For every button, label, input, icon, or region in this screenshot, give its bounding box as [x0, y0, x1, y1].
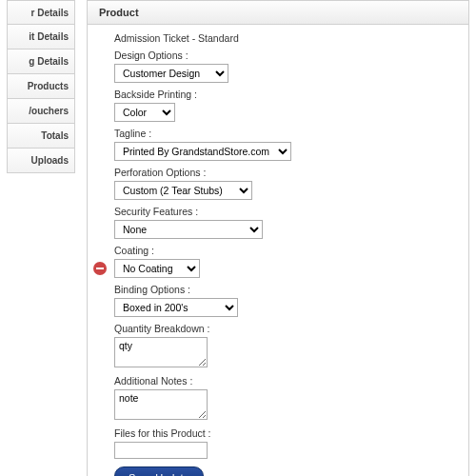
security-label: Security Features : [114, 206, 457, 217]
coating-select[interactable]: No Coating [114, 259, 200, 278]
sidebar-item-products[interactable]: Products [7, 74, 75, 99]
files-label: Files for this Product : [114, 427, 457, 439]
panel-header: Product [87, 0, 469, 25]
save-update-button[interactable]: Save Update [114, 466, 204, 476]
sidebar-item-order-details[interactable]: r Details [7, 0, 75, 25]
design-options-select[interactable]: Customer Design [114, 64, 228, 83]
sidebar: r Details it Details g Details Products … [7, 0, 75, 173]
coating-label: Coating : [114, 245, 457, 256]
sidebar-item-vouchers[interactable]: /ouchers [7, 99, 75, 124]
qty-textarea[interactable] [114, 337, 208, 367]
qty-label: Quantity Breakdown : [114, 323, 457, 334]
notes-label: Additional Notes : [114, 375, 457, 387]
binding-label: Binding Options : [114, 284, 457, 295]
sidebar-item-totals[interactable]: Totals [7, 124, 75, 149]
binding-select[interactable]: Boxed in 200's [114, 298, 238, 317]
tagline-select[interactable]: Printed By GrandstandStore.com [114, 142, 291, 161]
sidebar-item-uploads[interactable]: Uploads [7, 149, 75, 173]
perforation-select[interactable]: Custom (2 Tear Stubs) [114, 181, 252, 200]
design-options-label: Design Options : [114, 50, 457, 61]
coating-row: Coating : No Coating [114, 245, 457, 278]
perforation-label: Perforation Options : [114, 167, 457, 178]
tagline-label: Tagline : [114, 128, 457, 139]
panel-body: Admission Ticket - Standard Design Optio… [87, 25, 469, 476]
backside-select[interactable]: Color [114, 103, 175, 122]
notes-textarea[interactable] [114, 389, 208, 420]
sidebar-item-g-details[interactable]: g Details [7, 50, 75, 74]
security-select[interactable]: None [114, 220, 263, 239]
product-panel: Product Admission Ticket - Standard Desi… [87, 0, 469, 476]
backside-label: Backside Printing : [114, 89, 457, 100]
remove-icon[interactable] [93, 262, 107, 275]
sidebar-item-it-details[interactable]: it Details [7, 25, 75, 50]
files-input[interactable] [114, 442, 208, 459]
product-name: Admission Ticket - Standard [114, 32, 457, 44]
